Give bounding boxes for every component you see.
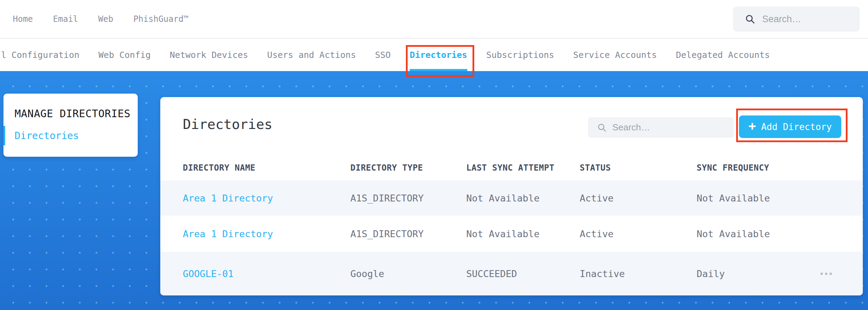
sidebar-item-directories[interactable]: Directories <box>3 126 138 145</box>
settings-tabs: l Configuration Web Config Network Devic… <box>0 39 868 71</box>
primary-nav: Home Email Web PhishGuard™ <box>13 14 188 24</box>
tab-network-devices[interactable]: Network Devices <box>170 39 248 71</box>
plus-icon: + <box>748 120 756 132</box>
status-cell: Inactive <box>580 268 697 279</box>
row-actions-ellipsis-icon[interactable] <box>820 273 832 275</box>
sidebar-heading: MANAGE DIRECTORIES <box>15 107 138 120</box>
search-icon <box>597 123 607 132</box>
directories-panel: Directories + Add Directory DIRECTORY NA… <box>160 97 863 295</box>
manage-directories-card: MANAGE DIRECTORIES Directories <box>3 94 138 157</box>
directory-name-link[interactable]: Area 1 Directory <box>183 229 350 239</box>
global-search[interactable] <box>733 7 860 32</box>
last-sync-cell: Not Available <box>466 229 580 239</box>
directory-type-cell: A1S_DIRECTORY <box>350 193 466 204</box>
directories-search-input[interactable] <box>612 122 728 133</box>
directory-name-link[interactable]: GOOGLE-01 <box>183 268 350 279</box>
tab-subscriptions[interactable]: Subscriptions <box>486 39 554 71</box>
tab-sso[interactable]: SSO <box>375 39 391 71</box>
table-header-row: DIRECTORY NAME DIRECTORY TYPE LAST SYNC … <box>160 155 863 180</box>
nav-item-phishguard[interactable]: PhishGuard™ <box>133 14 188 24</box>
tab-delegated-accounts[interactable]: Delegated Accounts <box>676 39 770 71</box>
column-header-status: STATUS <box>580 163 697 173</box>
directories-search[interactable] <box>588 117 734 138</box>
tab-directories[interactable]: Directories <box>410 39 467 71</box>
directory-type-cell: Google <box>350 268 466 279</box>
add-directory-label: Add Directory <box>761 122 832 132</box>
column-header-sync-frequency: SYNC FREQUENCY <box>697 163 811 173</box>
last-sync-cell: Not Available <box>466 193 580 204</box>
tab-web-config[interactable]: Web Config <box>99 39 151 71</box>
table-row: Area 1 Directory A1S_DIRECTORY Not Avail… <box>160 180 863 216</box>
status-cell: Active <box>580 193 697 204</box>
global-search-input[interactable] <box>761 14 853 25</box>
nav-item-home[interactable]: Home <box>13 14 33 24</box>
column-header-last-sync-attempt: LAST SYNC ATTEMPT <box>466 163 580 173</box>
content-area: MANAGE DIRECTORIES Directories Directori… <box>0 71 868 310</box>
add-directory-button[interactable]: + Add Directory <box>739 115 841 138</box>
sync-frequency-cell: Daily <box>697 268 811 279</box>
sync-frequency-cell: Not Available <box>697 193 811 204</box>
nav-item-web[interactable]: Web <box>98 14 113 24</box>
status-cell: Active <box>580 229 697 239</box>
topbar: Home Email Web PhishGuard™ <box>0 0 868 39</box>
page-title: Directories <box>183 117 272 132</box>
table-row: Area 1 Directory A1S_DIRECTORY Not Avail… <box>160 216 863 252</box>
active-indicator-bar <box>3 126 5 145</box>
last-sync-cell: SUCCEEDED <box>466 268 580 279</box>
sync-frequency-cell: Not Available <box>697 229 811 239</box>
panel-header: Directories + Add Directory <box>160 97 863 155</box>
tab-email-configuration[interactable]: l Configuration <box>1 39 79 71</box>
nav-item-email[interactable]: Email <box>53 14 78 24</box>
tab-users-and-actions[interactable]: Users and Actions <box>267 39 356 71</box>
tab-service-accounts[interactable]: Service Accounts <box>573 39 657 71</box>
column-header-directory-name: DIRECTORY NAME <box>183 163 350 173</box>
sidebar-item-label: Directories <box>15 130 79 141</box>
search-icon <box>745 14 755 24</box>
table-row: GOOGLE-01 Google SUCCEEDED Inactive Dail… <box>160 252 863 295</box>
directory-type-cell: A1S_DIRECTORY <box>350 229 466 239</box>
column-header-directory-type: DIRECTORY TYPE <box>350 163 466 173</box>
directory-name-link[interactable]: Area 1 Directory <box>183 193 350 204</box>
